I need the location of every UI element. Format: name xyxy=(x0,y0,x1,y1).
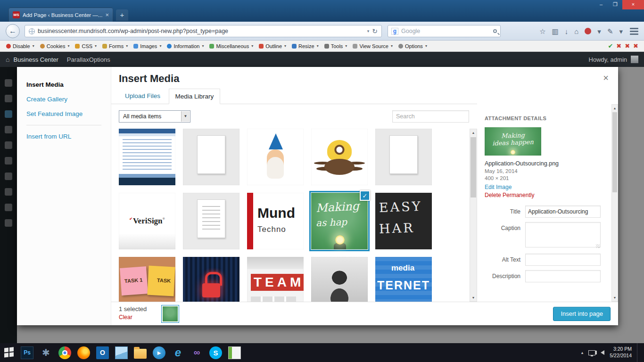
network-icon[interactable] xyxy=(588,350,595,355)
devbar-item-disable[interactable]: Disable xyxy=(4,42,37,50)
devbar-item-tools[interactable]: Tools xyxy=(322,42,350,50)
devbar-item-outline[interactable]: Outline xyxy=(256,42,289,50)
details-scrollbar[interactable]: ▲ ▼ xyxy=(611,104,618,302)
devbar-item-miscellaneous[interactable]: Miscellaneous xyxy=(207,42,256,50)
url-bar[interactable]: businesscenter.mundrisoft.com/wp-admin/p… xyxy=(25,25,382,37)
menu-set-featured-image[interactable]: Set Featured Image xyxy=(17,107,111,121)
back-button[interactable]: ← xyxy=(6,24,20,38)
taskbar-clock[interactable]: 3:20 PM 5/22/2014 xyxy=(610,346,632,359)
selected-thumbnail[interactable] xyxy=(161,305,179,323)
devbar-item-resize[interactable]: Resize xyxy=(289,42,321,50)
adminbar-parallax-options[interactable]: ParallaxOptions xyxy=(67,56,110,63)
browser-search-field[interactable]: g Google xyxy=(388,25,501,37)
url-dropdown-icon[interactable]: ▾ xyxy=(367,29,370,33)
chevron-down-icon[interactable]: ▾ xyxy=(619,28,623,35)
team-blocks-thumb[interactable]: TEAM xyxy=(247,257,304,302)
adblock-icon[interactable] xyxy=(585,28,591,34)
document-thumb[interactable] xyxy=(183,193,239,249)
making-ideas-happen-thumb[interactable]: Makingas hap✓ xyxy=(311,193,368,249)
show-desktop-button[interactable] xyxy=(637,343,640,362)
delete-permanently-link[interactable]: Delete Permanently xyxy=(485,192,604,198)
cartoon-character-thumb[interactable] xyxy=(247,129,304,185)
scroll-down-icon[interactable]: ▼ xyxy=(470,294,477,301)
skype-icon[interactable]: S xyxy=(209,346,222,359)
hoodie-person-thumb[interactable] xyxy=(311,257,368,302)
easy-hard-chalkboard-thumb[interactable]: EASYHAR xyxy=(375,193,432,249)
title-input[interactable] xyxy=(525,206,601,218)
scroll-up-icon[interactable]: ▲ xyxy=(470,129,477,136)
chevron-down-icon[interactable]: ▾ xyxy=(597,28,601,35)
minimize-button[interactable]: – xyxy=(594,0,608,9)
scrollbar-thumb[interactable] xyxy=(612,112,617,192)
avatar[interactable] xyxy=(631,56,638,63)
menu-insert-from-url[interactable]: Insert from URL xyxy=(17,129,111,144)
downloads-icon[interactable]: ↓ xyxy=(565,28,569,35)
new-tab-button[interactable]: + xyxy=(116,9,128,21)
visual-studio-icon[interactable]: ∞ xyxy=(190,346,203,359)
valid-check-icon[interactable]: ✔ xyxy=(608,42,613,49)
modal-close-icon[interactable]: × xyxy=(600,72,611,84)
devbar-item-forms[interactable]: Forms xyxy=(100,42,130,50)
alt-text-input[interactable] xyxy=(525,254,601,266)
media-filter-select[interactable]: All media items ▼ xyxy=(119,110,190,123)
search-icon[interactable] xyxy=(493,29,497,33)
webpage-screenshot-thumb[interactable] xyxy=(119,129,175,185)
menu-insert-media[interactable]: Insert Media xyxy=(17,77,111,92)
devbar-item-information[interactable]: Information xyxy=(165,42,206,50)
media-player-icon[interactable]: ▶ xyxy=(153,346,165,359)
browser-tab[interactable]: MS Add Page ‹ Business Center —... × xyxy=(8,8,113,22)
adminbar-howdy[interactable]: Howdy, admin xyxy=(589,56,627,63)
minion-character-thumb[interactable] xyxy=(311,129,368,185)
file-explorer-icon[interactable] xyxy=(134,349,147,359)
digital-lock-thumb[interactable] xyxy=(183,257,239,302)
outlook-icon[interactable]: O xyxy=(96,346,109,359)
devtool-icon[interactable]: ✎ xyxy=(607,28,613,35)
internet-media-thumb[interactable]: mediaTERNET xyxy=(375,257,432,302)
error-icon[interactable]: ✖ xyxy=(633,42,638,49)
notes-app-icon[interactable] xyxy=(228,346,241,359)
maximize-button[interactable]: ❐ xyxy=(608,0,622,9)
mundrisoft-logo-thumb[interactable]: MundTechno xyxy=(247,193,304,249)
task-sticky-notes-thumb[interactable]: TASK 1TASK xyxy=(119,257,175,302)
tab-media-library[interactable]: Media Library xyxy=(169,89,221,104)
media-grid-scrollbar[interactable]: ▲ ▼ xyxy=(470,129,477,302)
tray-expand-icon[interactable]: ▴ xyxy=(581,350,584,355)
photoshop-icon[interactable]: Ps xyxy=(21,346,33,359)
chrome-icon[interactable] xyxy=(58,346,71,359)
clear-selection-link[interactable]: Clear xyxy=(119,314,147,321)
tab-upload-files[interactable]: Upload Files xyxy=(119,89,166,104)
menu-icon[interactable] xyxy=(629,26,639,36)
start-button[interactable] xyxy=(0,343,18,362)
edit-image-link[interactable]: Edit Image xyxy=(485,184,604,190)
bookmarks-panel-icon[interactable]: ▥ xyxy=(552,28,559,35)
devbar-item-cookies[interactable]: Cookies xyxy=(38,42,72,50)
adminbar-site-name[interactable]: Business Center xyxy=(13,56,58,63)
devbar-item-images[interactable]: Images xyxy=(131,42,164,50)
firefox-icon[interactable] xyxy=(77,346,90,359)
generic-app-icon[interactable]: ✱ xyxy=(40,346,52,359)
menu-create-gallery[interactable]: Create Gallery xyxy=(17,92,111,107)
blank-page-thumb[interactable] xyxy=(183,129,239,185)
insert-into-page-button[interactable]: Insert into page xyxy=(553,307,611,321)
devbar-item-css[interactable]: CSS xyxy=(73,42,99,50)
bookmark-star-icon[interactable]: ☆ xyxy=(539,28,545,35)
media-search-input[interactable] xyxy=(392,110,469,123)
cube-app-icon[interactable] xyxy=(115,346,128,359)
wp-home-icon[interactable]: ⌂ xyxy=(6,56,9,63)
error-icon[interactable]: ✖ xyxy=(625,42,630,49)
blank-page-thumb[interactable] xyxy=(375,129,432,185)
tab-close-icon[interactable]: × xyxy=(105,11,109,18)
scroll-down-icon[interactable]: ▼ xyxy=(612,294,618,301)
caption-textarea[interactable] xyxy=(525,222,601,247)
reload-icon[interactable]: ↻ xyxy=(372,27,378,35)
verisign-logo-thumb[interactable]: VeriSign xyxy=(119,193,175,249)
error-icon[interactable]: ✖ xyxy=(616,42,621,49)
internet-explorer-icon[interactable]: e xyxy=(172,346,184,359)
scroll-up-icon[interactable]: ▲ xyxy=(612,105,618,112)
volume-icon[interactable] xyxy=(601,350,604,355)
devbar-item-view-source[interactable]: View Source xyxy=(350,42,395,50)
close-button[interactable]: × xyxy=(622,0,644,9)
scrollbar-thumb[interactable] xyxy=(471,137,476,197)
devbar-item-options[interactable]: Options xyxy=(396,42,429,50)
description-input[interactable] xyxy=(525,270,601,282)
